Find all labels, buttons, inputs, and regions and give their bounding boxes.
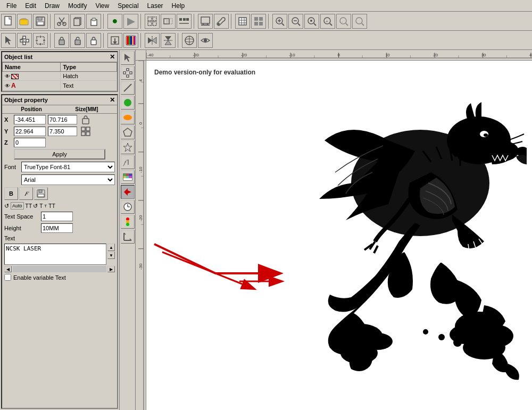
svg-rect-4	[37, 22, 44, 25]
lock-partial-btn[interactable]	[86, 33, 101, 48]
select-tool-btn[interactable]	[1, 33, 16, 48]
hatch-icon-0	[11, 74, 19, 79]
flip-horizontal-btn[interactable]	[145, 33, 160, 48]
colormap-btn[interactable]	[123, 33, 138, 48]
variable-text-checkbox[interactable]	[4, 274, 11, 281]
svg-rect-38	[259, 22, 263, 26]
svg-point-88	[204, 39, 207, 42]
svg-rect-156	[136, 61, 146, 410]
open-btn[interactable]	[17, 14, 32, 29]
menu-view[interactable]: View	[91, 1, 113, 11]
obj-row-1-name: 👁 A	[3, 81, 61, 91]
tool-image[interactable]	[121, 170, 135, 184]
svg-rect-35	[254, 17, 258, 21]
distribute-btn[interactable]	[177, 14, 192, 29]
table-row[interactable]: 👁 A Text	[3, 81, 117, 91]
zoom-fit-btn[interactable]: +	[320, 14, 335, 29]
obj-row-1-type: Text	[61, 81, 117, 91]
object-property-close[interactable]: ✕	[110, 96, 115, 104]
svg-text:-40: -40	[147, 53, 154, 57]
menu-file[interactable]: File	[2, 1, 21, 11]
y-label: Y	[4, 128, 12, 135]
undo-btn[interactable]: ●	[107, 14, 122, 29]
svg-rect-62	[37, 37, 44, 44]
save-btn[interactable]	[33, 14, 48, 29]
menu-edit[interactable]: Edit	[21, 1, 40, 11]
tool-pentagon[interactable]	[121, 125, 135, 139]
flip-vertical-btn[interactable]	[161, 33, 176, 48]
save-font-btn[interactable]	[34, 187, 48, 200]
height-input[interactable]	[41, 223, 73, 233]
scroll-right-btn[interactable]: ▶	[107, 266, 115, 272]
new-btn[interactable]	[1, 14, 16, 29]
y-size-input[interactable]	[48, 127, 77, 136]
object-property-panel: Object property ✕ Position Size[MM] X	[1, 94, 118, 409]
lock-closed-btn[interactable]	[54, 33, 69, 48]
menu-draw[interactable]: Draw	[40, 1, 64, 11]
cut-btn[interactable]	[54, 14, 69, 29]
zoom-prev-btn[interactable]: -	[336, 14, 351, 29]
scroll-up-btn[interactable]: ▲	[107, 244, 115, 251]
tool-line[interactable]	[121, 81, 135, 95]
text-spacing-small-icon: T	[44, 204, 47, 208]
zoom-100-btn[interactable]	[304, 14, 319, 29]
layers-btn[interactable]	[235, 14, 250, 29]
tool-traffic-light[interactable]	[121, 215, 135, 229]
italic-btn[interactable]: 𝐹	[19, 187, 33, 200]
apply-button[interactable]: Apply	[14, 149, 106, 160]
y-position-input[interactable]	[14, 127, 46, 136]
wrench-btn[interactable]	[214, 14, 229, 29]
x-position-input[interactable]	[14, 115, 46, 124]
paste-btn[interactable]	[86, 14, 101, 29]
group-btn[interactable]	[161, 14, 176, 29]
transform-tool-btn[interactable]	[33, 33, 48, 48]
select-all-btn[interactable]	[145, 14, 160, 29]
z-value-input[interactable]	[14, 138, 46, 147]
font-type-select[interactable]: TrueType Font-81	[21, 162, 115, 172]
zoom-window-btn[interactable]	[352, 14, 367, 29]
menu-special[interactable]: Special	[113, 1, 143, 11]
font-name-row: Arial	[2, 173, 117, 186]
object-list-close[interactable]: ✕	[110, 53, 115, 61]
y-row: Y	[2, 125, 117, 137]
zoom-out-btn[interactable]	[288, 14, 303, 29]
scroll-track[interactable]	[13, 266, 106, 272]
view3d-btn[interactable]	[182, 33, 197, 48]
menu-modify[interactable]: Modify	[64, 1, 91, 11]
bold-btn[interactable]: B	[4, 187, 18, 200]
text-space-input[interactable]	[41, 212, 73, 221]
tool-measure[interactable]	[121, 230, 135, 244]
ruler-top: -40 -30 -20 -10 0 10 20 30 40	[146, 50, 532, 60]
copy-btn[interactable]	[70, 14, 85, 29]
node-select-btn[interactable]	[17, 33, 32, 48]
import-btn[interactable]	[107, 33, 122, 48]
tool-circle[interactable]	[121, 96, 135, 110]
svg-rect-20	[167, 19, 172, 24]
tool-text[interactable]: 𝑓 I	[121, 155, 135, 169]
position-label: Position	[21, 106, 41, 112]
tool-clock[interactable]	[121, 200, 135, 214]
toolbar-row-1: ● ▶ + -	[0, 12, 532, 31]
svg-rect-69	[91, 40, 96, 45]
tool-oval[interactable]	[121, 111, 135, 124]
tool-arrow[interactable]	[121, 51, 135, 65]
menu-laser[interactable]: Laser	[143, 1, 168, 11]
x-size-input[interactable]	[48, 115, 77, 124]
machine-settings-btn[interactable]	[198, 14, 213, 29]
zoom-in-btn[interactable]	[272, 14, 287, 29]
redo-btn[interactable]: ▶	[123, 14, 138, 29]
tool-star[interactable]	[121, 140, 135, 154]
text-ttt2-icon: T T	[48, 203, 55, 209]
canvas-white[interactable]: Demo version-only for evaluation	[146, 61, 532, 410]
scroll-left-btn[interactable]: ◀	[4, 266, 12, 272]
scroll-down-btn[interactable]: ▼	[107, 252, 115, 259]
text-input[interactable]: NCSK LASER	[4, 244, 106, 265]
lock-open-btn[interactable]	[70, 33, 85, 48]
table-row[interactable]: 👁 Hatch	[3, 72, 117, 81]
font-name-select[interactable]: Arial	[21, 174, 115, 185]
grid-btn[interactable]	[251, 14, 266, 29]
tool-node-edit[interactable]	[121, 66, 135, 80]
preview-btn[interactable]	[198, 33, 213, 48]
tool-barcode[interactable]	[121, 185, 135, 199]
menu-help[interactable]: Help	[168, 1, 189, 11]
